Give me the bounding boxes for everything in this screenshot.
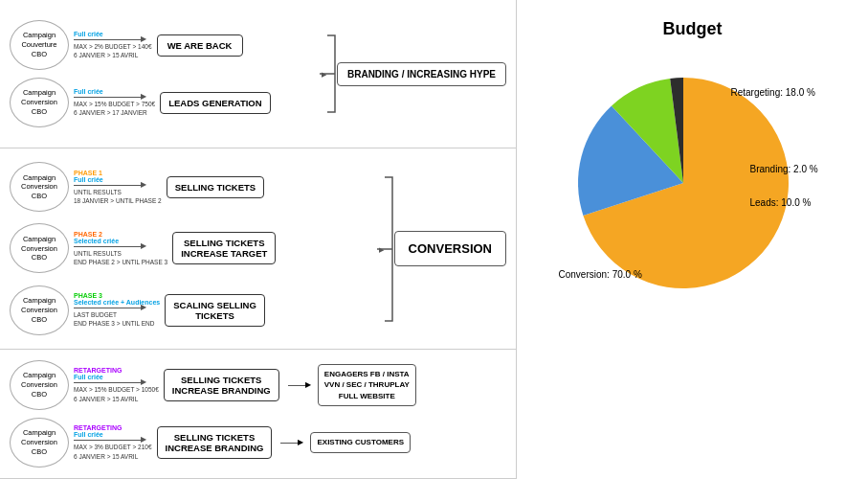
campaign-label-7: CampaignConversionCBO xyxy=(21,428,57,456)
arrow-block-6: RETARGETING Full criée MAX > 15% BUDGET … xyxy=(74,367,159,402)
branding-rows: CampaignCouvertureCBO Full criée MAX > 2… xyxy=(10,20,312,127)
retargeting-label-1: RETARGETING xyxy=(74,367,122,374)
bracket-conversion: ▶ xyxy=(375,172,394,326)
campaign-box-1: CampaignCouvertureCBO xyxy=(10,20,69,70)
campaign-box-7: CampaignConversionCBO xyxy=(10,418,69,468)
arrow-detail-5: LAST BUDGETEND PHASE 3 > UNTIL END xyxy=(74,310,154,328)
bracket-branding: ▶ xyxy=(318,31,337,117)
arrow-line-3 xyxy=(74,185,141,186)
phase-label-1: PHASE 1 xyxy=(74,170,102,176)
conversion-row-3: CampaignConversionCBO PHASE 3 Selected c… xyxy=(10,285,369,335)
branding-row-2: CampaignConversionCBO Full criée MAX > 1… xyxy=(10,78,312,127)
retargeting-row-1: CampaignConversionCBO RETARGETING Full c… xyxy=(10,360,506,410)
retargeting-label-2: RETARGETING xyxy=(74,424,122,431)
label-conversion: Conversion: 70.0 % xyxy=(559,269,642,280)
dest-box-2: EXISTING CUSTOMERS xyxy=(310,432,411,452)
branding-row-1: CampaignCouvertureCBO Full criée MAX > 2… xyxy=(10,20,312,70)
label-retargeting: Retargeting: 18.0 % xyxy=(731,87,815,98)
campaign-box-2: CampaignConversionCBO xyxy=(10,78,69,127)
campaign-box-6: CampaignConversionCBO xyxy=(10,360,69,410)
left-panel: CampaignCouvertureCBO Full criée MAX > 2… xyxy=(0,0,517,479)
arrow-detail-2: MAX > 15% BUDGET > 750€6 JANVIER > 17 JA… xyxy=(74,100,155,117)
conversion-section: CampaignConversionCBO PHASE 1 Full criée… xyxy=(0,148,516,350)
retargeting-rows: CampaignConversionCBO RETARGETING Full c… xyxy=(10,360,506,468)
branding-section: CampaignCouvertureCBO Full criée MAX > 2… xyxy=(0,0,516,148)
arrow-label-6: Full criée xyxy=(74,374,103,380)
arrow-line-6 xyxy=(74,382,141,383)
arrow-block-7: RETARGETING Full criée MAX > 3% BUDGET >… xyxy=(74,424,152,460)
conversion-row-2: CampaignConversionCBO PHASE 2 Selected c… xyxy=(10,223,369,273)
arrow-block-1: Full criée MAX > 2% BUDGET > 140€6 JANVI… xyxy=(74,31,152,59)
arrow-detail-4: UNTIL RESULTSEND PHASE 2 > UNTIL PHASE 3 xyxy=(74,249,167,266)
result-box-6: SELLING TICKETSINCREASE BRANDING xyxy=(164,369,279,401)
arrow-label-1: Full criée xyxy=(74,31,103,37)
campaign-box-3: CampaignConversionCBO xyxy=(10,162,69,212)
campaign-label-3: CampaignConversionCBO xyxy=(21,173,57,201)
campaign-box-4: CampaignConversionCBO xyxy=(10,223,69,273)
arrow-label-7: Full criée xyxy=(74,431,103,438)
arrow-block-2: Full criée MAX > 15% BUDGET > 750€6 JANV… xyxy=(74,88,155,117)
arrow-line-2 xyxy=(74,97,141,98)
campaign-label-2: CampaignConversionCBO xyxy=(21,88,57,116)
arrow-line-1 xyxy=(74,39,141,40)
campaign-label-4: CampaignConversionCBO xyxy=(21,235,57,262)
campaign-label: CampaignCouvertureCBO xyxy=(21,31,56,58)
label-branding: Branding: 2.0 % xyxy=(750,164,818,174)
campaign-label-5: CampaignConversionCBO xyxy=(21,296,57,324)
campaign-box-5: CampaignConversionCBO xyxy=(10,285,69,335)
right-panel: Budget xyxy=(517,0,868,479)
result-box-7: SELLING TICKETSINCREASE BRANDING xyxy=(157,426,273,459)
chart-title: Budget xyxy=(663,19,723,39)
arrow-detail-7: MAX > 3% BUDGET > 210€6 JANVIER > 15 AVR… xyxy=(74,443,152,460)
arrow-detail-1: MAX > 2% BUDGET > 140€6 JANVIER > 15 AVR… xyxy=(74,42,152,59)
arrow-label-3: Full criée xyxy=(74,176,103,183)
phase-label-2: PHASE 2 xyxy=(74,231,102,238)
result-box-5: SCALING SELLINGTICKETS xyxy=(165,294,265,327)
dest-box-1: ENGAGERS FB / INSTAVVN / SEC / THRUPLAYF… xyxy=(318,364,416,406)
arrow-block-3: PHASE 1 Full criée UNTIL RESULTS18 JANVI… xyxy=(74,170,162,205)
arrow-detail-6: MAX > 15% BUDGET > 1050€6 JANVIER > 15 A… xyxy=(74,385,159,402)
arrow-block-5: PHASE 3 Selected criée + Audiences LAST … xyxy=(74,292,160,328)
phase-label-3: PHASE 3 xyxy=(74,292,102,299)
chart-area: Retargeting: 18.0 % Branding: 2.0 % Lead… xyxy=(549,49,836,336)
result-box-4: SELLING TICKETSINCREASE TARGET xyxy=(172,232,276,264)
conversion-final-box: CONVERSION xyxy=(394,231,506,266)
result-box-1: WE ARE BACK xyxy=(157,34,243,57)
arrow-line-7 xyxy=(74,440,141,441)
arrow-label-4: Selected criée xyxy=(74,238,119,244)
arrow-block-4: PHASE 2 Selected criée UNTIL RESULTSEND … xyxy=(74,231,167,266)
arrow-label-2: Full criée xyxy=(74,88,103,95)
retargeting-section: CampaignConversionCBO RETARGETING Full c… xyxy=(0,350,516,479)
arrow-line-5 xyxy=(74,308,141,308)
branding-final-box: BRANDING / INCREASING HYPE xyxy=(337,62,506,86)
result-box-3: SELLING TICKETS xyxy=(167,176,264,198)
conversion-rows: CampaignConversionCBO PHASE 1 Full criée… xyxy=(10,156,369,341)
arrow-detail-3: UNTIL RESULTS18 JANVIER > UNTIL PHASE 2 xyxy=(74,188,162,205)
result-box-2: LEADS GENERATION xyxy=(160,92,270,114)
arrow-line-4 xyxy=(74,246,141,247)
retargeting-row-2: CampaignConversionCBO RETARGETING Full c… xyxy=(10,418,506,468)
arrow-label-5: Selected criée + Audiences xyxy=(74,299,160,306)
conversion-row-1: CampaignConversionCBO PHASE 1 Full criée… xyxy=(10,162,369,212)
campaign-label-6: CampaignConversionCBO xyxy=(21,371,57,399)
label-leads: Leads: 10.0 % xyxy=(750,197,812,208)
